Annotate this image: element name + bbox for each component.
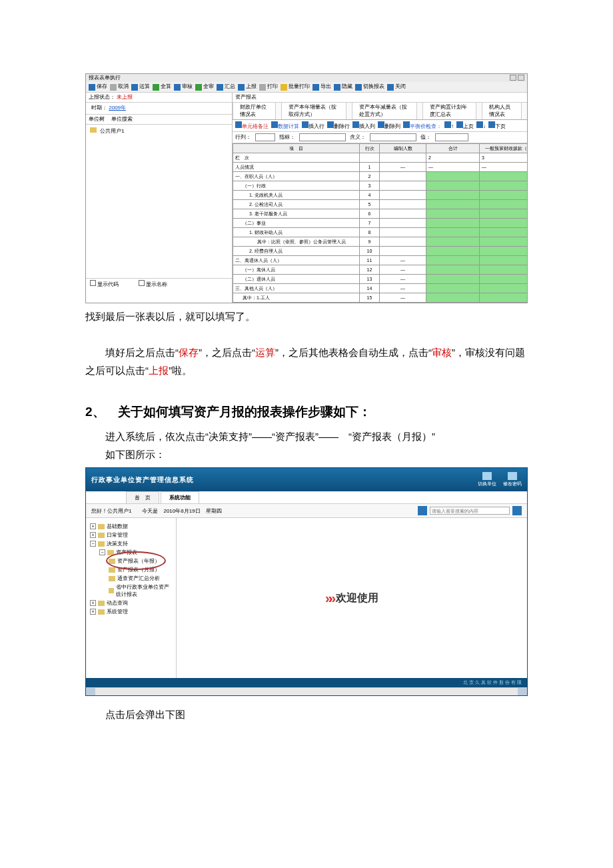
cell-bianzhi[interactable]: — [380, 275, 426, 284]
cell-bianzhi[interactable] [380, 228, 426, 237]
cell-heji[interactable] [426, 293, 480, 303]
search-icon[interactable] [418, 506, 427, 515]
cell-yiban[interactable] [480, 265, 528, 275]
toolbar-隐藏[interactable]: 隐藏 [334, 83, 352, 90]
tab-home[interactable]: 首 页 [126, 491, 159, 503]
cell-yiban[interactable] [480, 237, 528, 247]
subtool-item[interactable]: 插入行 [302, 121, 324, 130]
cell-bianzhi[interactable] [380, 200, 426, 209]
subtool-item[interactable]: 插入列 [352, 121, 375, 130]
subtool-item[interactable]: 单元格备注 [235, 121, 269, 130]
toolbar-审核[interactable]: 审核 [174, 83, 193, 90]
value-input[interactable] [435, 133, 468, 141]
expand-icon[interactable]: + [90, 532, 96, 538]
cell-bianzhi[interactable]: — [380, 293, 426, 303]
subtool-item[interactable]: 删除列 [378, 121, 400, 130]
tab-system[interactable]: 系统功能 [161, 491, 199, 503]
cell-yiban[interactable] [480, 172, 528, 181]
cell-yiban[interactable]: 3 [480, 153, 528, 163]
cell-yiban[interactable] [480, 256, 528, 265]
toolbar-上报[interactable]: 上报 [238, 83, 257, 90]
scrollbar[interactable] [86, 687, 527, 695]
cell-bianzhi[interactable] [380, 181, 426, 191]
report-tab[interactable]: 资产购置计划年度汇总表 [422, 103, 476, 119]
cell-bianzhi[interactable]: — [380, 265, 426, 275]
report-tab[interactable]: 机构人员情况表 [482, 103, 522, 119]
header-action[interactable]: 切换单位 [478, 472, 496, 487]
cell-bianzhi[interactable] [380, 209, 426, 219]
cell-bianzhi[interactable] [380, 191, 426, 200]
tree-item[interactable]: 通查资产汇总分析 [89, 574, 173, 583]
cell-heji[interactable] [426, 256, 480, 265]
cell-bianzhi[interactable] [380, 219, 426, 228]
toolbar-运算[interactable]: 运算 [131, 83, 150, 90]
toolbar-汇总[interactable]: 汇总 [217, 83, 235, 90]
tree-item[interactable]: −决策支持 [89, 539, 173, 548]
subtool-item[interactable]: ↑ [444, 121, 454, 130]
tree-item[interactable]: 资产报表（年报） [89, 557, 173, 565]
cell-yiban[interactable] [480, 275, 528, 284]
cell-heji[interactable] [426, 200, 480, 209]
cell-heji[interactable] [426, 265, 480, 275]
cell-yiban[interactable] [480, 247, 528, 256]
cell-bianzhi[interactable] [380, 237, 426, 247]
scroll-right-icon[interactable] [518, 688, 527, 695]
minimize-icon[interactable] [510, 75, 516, 81]
search-button[interactable] [512, 506, 522, 515]
cell-heji[interactable] [426, 191, 480, 200]
maximize-icon[interactable] [518, 75, 524, 81]
header-action[interactable]: 修改密码 [503, 472, 522, 487]
cell-yiban[interactable] [480, 191, 528, 200]
tree-item[interactable]: +动态查询 [89, 599, 173, 607]
row-input[interactable] [255, 133, 275, 141]
indicator-input[interactable] [299, 133, 346, 141]
cell-heji[interactable] [426, 237, 480, 247]
report-tab[interactable]: 财政厅单位情况表 [233, 103, 276, 119]
toolbar-打印[interactable]: 打印 [259, 83, 278, 90]
show-name-checkbox[interactable]: 显示名称 [139, 280, 167, 288]
tree-item[interactable]: +日常管理 [89, 531, 173, 539]
toolbar-全算[interactable]: 全算 [153, 83, 171, 90]
expand-icon[interactable]: − [99, 549, 105, 555]
toolbar-导出[interactable]: 导出 [312, 83, 331, 90]
cell-bianzhi[interactable] [380, 153, 426, 163]
cell-heji[interactable]: — [426, 163, 480, 172]
expand-icon[interactable]: + [90, 600, 96, 606]
cell-heji[interactable] [426, 275, 480, 284]
toolbar-全审[interactable]: 全审 [195, 83, 214, 90]
cell-yiban[interactable] [480, 200, 528, 209]
expand-icon[interactable]: + [90, 523, 96, 529]
subtool-item[interactable]: 删除行 [327, 121, 350, 130]
show-code-checkbox[interactable]: 显示代码 [90, 280, 119, 288]
toolbar-关闭[interactable]: 关闭 [387, 83, 406, 90]
subtool-item[interactable]: 平衡价检查： [403, 121, 442, 130]
search-input[interactable] [430, 507, 510, 515]
cell-bianzhi[interactable]: — [380, 284, 426, 293]
cell-bianzhi[interactable] [380, 247, 426, 256]
cell-yiban[interactable] [480, 181, 528, 191]
expand-icon[interactable]: − [90, 541, 96, 547]
cell-bianzhi[interactable] [380, 172, 426, 181]
cell-heji[interactable] [426, 209, 480, 219]
cell-heji[interactable] [426, 172, 480, 181]
cell-bianzhi[interactable]: — [380, 163, 426, 172]
tree-item[interactable]: 省中行政事业单位资产统计报表 [89, 583, 173, 599]
cell-yiban[interactable]: — [480, 163, 528, 172]
cell-yiban[interactable] [480, 219, 528, 228]
cell-heji[interactable] [426, 228, 480, 237]
toolbar-取消[interactable]: 取消 [110, 83, 129, 90]
tree-item[interactable]: 资产报表（月报） [89, 565, 173, 574]
unit-tree-tab[interactable]: 单位树 [89, 116, 105, 123]
toolbar-保存[interactable]: 保存 [89, 83, 107, 90]
cell-heji[interactable] [426, 284, 480, 293]
cell-yiban[interactable] [480, 293, 528, 303]
unit-search-tab[interactable]: 单位搜索 [111, 116, 133, 123]
cell-heji[interactable]: 2 [426, 153, 480, 163]
cell-heji[interactable] [426, 219, 480, 228]
time-link[interactable]: 2009年 [109, 105, 126, 111]
cell-yiban[interactable] [480, 284, 528, 293]
scroll-left-icon[interactable] [86, 688, 95, 695]
cell-heji[interactable] [426, 247, 480, 256]
toolbar-批量打印[interactable]: 批量打印 [281, 83, 310, 90]
cell-heji[interactable] [426, 181, 480, 191]
